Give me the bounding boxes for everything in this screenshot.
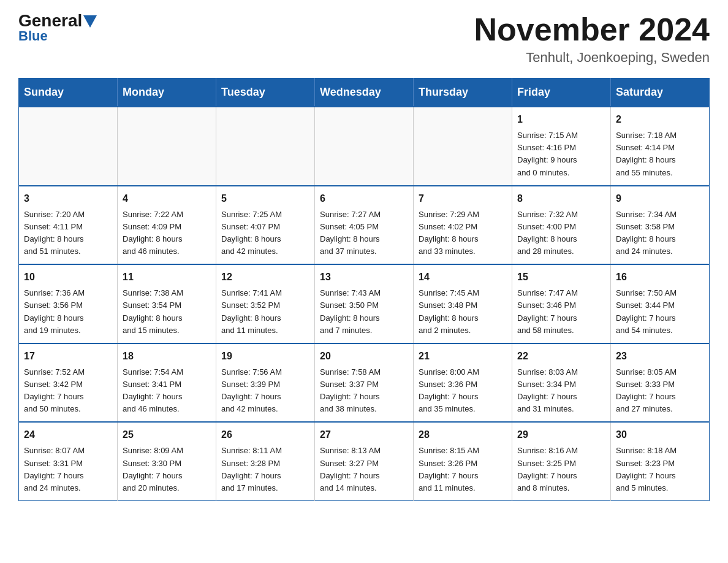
- day-number: 5: [221, 191, 309, 206]
- day-sun-info: Sunrise: 7:18 AM Sunset: 4:14 PM Dayligh…: [616, 129, 704, 179]
- weekday-header-friday: Friday: [512, 79, 611, 107]
- day-sun-info: Sunrise: 8:00 AM Sunset: 3:36 PM Dayligh…: [419, 366, 507, 416]
- calendar-cell: 23Sunrise: 8:05 AM Sunset: 3:33 PM Dayli…: [611, 343, 710, 423]
- page-header: General Blue November 2024 Tenhult, Joen…: [18, 12, 710, 66]
- week-row-3: 10Sunrise: 7:36 AM Sunset: 3:56 PM Dayli…: [19, 264, 710, 343]
- calendar-cell: 18Sunrise: 7:54 AM Sunset: 3:41 PM Dayli…: [118, 343, 216, 423]
- logo: General Blue: [18, 12, 97, 44]
- day-sun-info: Sunrise: 7:45 AM Sunset: 3:48 PM Dayligh…: [419, 287, 507, 337]
- day-sun-info: Sunrise: 8:11 AM Sunset: 3:28 PM Dayligh…: [221, 445, 309, 494]
- day-number: 29: [517, 427, 605, 442]
- calendar-cell: 8Sunrise: 7:32 AM Sunset: 4:00 PM Daylig…: [512, 186, 611, 265]
- calendar-cell: 28Sunrise: 8:15 AM Sunset: 3:26 PM Dayli…: [414, 422, 512, 500]
- logo-arrow-icon: [83, 15, 97, 28]
- calendar-cell: 21Sunrise: 8:00 AM Sunset: 3:36 PM Dayli…: [414, 343, 512, 423]
- day-sun-info: Sunrise: 7:15 AM Sunset: 4:16 PM Dayligh…: [517, 129, 605, 179]
- svg-marker-0: [83, 15, 97, 28]
- day-sun-info: Sunrise: 7:43 AM Sunset: 3:50 PM Dayligh…: [320, 287, 408, 337]
- weekday-header-wednesday: Wednesday: [315, 79, 414, 107]
- calendar-cell: 26Sunrise: 8:11 AM Sunset: 3:28 PM Dayli…: [216, 422, 315, 500]
- day-number: 28: [419, 427, 507, 442]
- calendar-cell: 3Sunrise: 7:20 AM Sunset: 4:11 PM Daylig…: [19, 186, 118, 265]
- day-number: 15: [517, 270, 605, 285]
- month-title: November 2024: [474, 12, 710, 47]
- day-sun-info: Sunrise: 7:20 AM Sunset: 4:11 PM Dayligh…: [24, 209, 112, 258]
- calendar-cell: 4Sunrise: 7:22 AM Sunset: 4:09 PM Daylig…: [118, 186, 216, 265]
- day-number: 16: [616, 270, 704, 285]
- calendar-cell: 25Sunrise: 8:09 AM Sunset: 3:30 PM Dayli…: [118, 422, 216, 500]
- day-sun-info: Sunrise: 7:27 AM Sunset: 4:05 PM Dayligh…: [320, 209, 408, 258]
- location-text: Tenhult, Joenkoeping, Sweden: [474, 50, 710, 66]
- logo-blue-text: Blue: [18, 28, 48, 44]
- day-number: 21: [419, 349, 507, 364]
- calendar-cell: [414, 107, 512, 186]
- day-number: 27: [320, 427, 408, 442]
- day-sun-info: Sunrise: 8:18 AM Sunset: 3:23 PM Dayligh…: [616, 445, 704, 494]
- day-number: 18: [123, 349, 211, 364]
- day-sun-info: Sunrise: 7:22 AM Sunset: 4:09 PM Dayligh…: [123, 209, 211, 258]
- weekday-header-sunday: Sunday: [19, 79, 118, 107]
- day-number: 24: [24, 427, 112, 442]
- day-sun-info: Sunrise: 7:58 AM Sunset: 3:37 PM Dayligh…: [320, 366, 408, 416]
- day-number: 3: [24, 191, 112, 206]
- day-sun-info: Sunrise: 7:38 AM Sunset: 3:54 PM Dayligh…: [123, 287, 211, 337]
- calendar-cell: [216, 107, 315, 186]
- calendar-cell: 10Sunrise: 7:36 AM Sunset: 3:56 PM Dayli…: [19, 264, 118, 343]
- calendar-cell: 13Sunrise: 7:43 AM Sunset: 3:50 PM Dayli…: [315, 264, 414, 343]
- calendar-cell: 17Sunrise: 7:52 AM Sunset: 3:42 PM Dayli…: [19, 343, 118, 423]
- calendar-cell: 6Sunrise: 7:27 AM Sunset: 4:05 PM Daylig…: [315, 186, 414, 265]
- calendar-cell: 20Sunrise: 7:58 AM Sunset: 3:37 PM Dayli…: [315, 343, 414, 423]
- day-number: 17: [24, 349, 112, 364]
- calendar-cell: 30Sunrise: 8:18 AM Sunset: 3:23 PM Dayli…: [611, 422, 710, 500]
- calendar-cell: 15Sunrise: 7:47 AM Sunset: 3:46 PM Dayli…: [512, 264, 611, 343]
- day-number: 7: [419, 191, 507, 206]
- title-section: November 2024 Tenhult, Joenkoeping, Swed…: [474, 12, 710, 66]
- week-row-5: 24Sunrise: 8:07 AM Sunset: 3:31 PM Dayli…: [19, 422, 710, 500]
- day-sun-info: Sunrise: 8:03 AM Sunset: 3:34 PM Dayligh…: [517, 366, 605, 416]
- day-sun-info: Sunrise: 7:25 AM Sunset: 4:07 PM Dayligh…: [221, 209, 309, 258]
- day-sun-info: Sunrise: 7:54 AM Sunset: 3:41 PM Dayligh…: [123, 366, 211, 416]
- calendar-cell: 16Sunrise: 7:50 AM Sunset: 3:44 PM Dayli…: [611, 264, 710, 343]
- day-number: 25: [123, 427, 211, 442]
- day-sun-info: Sunrise: 7:41 AM Sunset: 3:52 PM Dayligh…: [221, 287, 309, 337]
- week-row-4: 17Sunrise: 7:52 AM Sunset: 3:42 PM Dayli…: [19, 343, 710, 423]
- week-row-2: 3Sunrise: 7:20 AM Sunset: 4:11 PM Daylig…: [19, 186, 710, 265]
- calendar-cell: [118, 107, 216, 186]
- day-sun-info: Sunrise: 8:05 AM Sunset: 3:33 PM Dayligh…: [616, 366, 704, 416]
- day-sun-info: Sunrise: 7:47 AM Sunset: 3:46 PM Dayligh…: [517, 287, 605, 337]
- calendar-cell: 22Sunrise: 8:03 AM Sunset: 3:34 PM Dayli…: [512, 343, 611, 423]
- day-number: 2: [616, 112, 704, 127]
- weekday-header-monday: Monday: [118, 79, 216, 107]
- day-number: 4: [123, 191, 211, 206]
- day-sun-info: Sunrise: 8:16 AM Sunset: 3:25 PM Dayligh…: [517, 445, 605, 494]
- day-sun-info: Sunrise: 8:07 AM Sunset: 3:31 PM Dayligh…: [24, 445, 112, 494]
- calendar-cell: 19Sunrise: 7:56 AM Sunset: 3:39 PM Dayli…: [216, 343, 315, 423]
- calendar-cell: 11Sunrise: 7:38 AM Sunset: 3:54 PM Dayli…: [118, 264, 216, 343]
- day-number: 13: [320, 270, 408, 285]
- calendar-cell: 7Sunrise: 7:29 AM Sunset: 4:02 PM Daylig…: [414, 186, 512, 265]
- day-number: 20: [320, 349, 408, 364]
- day-sun-info: Sunrise: 7:32 AM Sunset: 4:00 PM Dayligh…: [517, 209, 605, 258]
- day-number: 22: [517, 349, 605, 364]
- day-number: 1: [517, 112, 605, 127]
- day-sun-info: Sunrise: 8:15 AM Sunset: 3:26 PM Dayligh…: [419, 445, 507, 494]
- calendar-cell: 5Sunrise: 7:25 AM Sunset: 4:07 PM Daylig…: [216, 186, 315, 265]
- calendar-cell: 9Sunrise: 7:34 AM Sunset: 3:58 PM Daylig…: [611, 186, 710, 265]
- weekday-header-thursday: Thursday: [414, 79, 512, 107]
- day-number: 14: [419, 270, 507, 285]
- calendar-table: SundayMondayTuesdayWednesdayThursdayFrid…: [18, 78, 710, 501]
- day-number: 12: [221, 270, 309, 285]
- calendar-cell: 29Sunrise: 8:16 AM Sunset: 3:25 PM Dayli…: [512, 422, 611, 500]
- calendar-cell: 12Sunrise: 7:41 AM Sunset: 3:52 PM Dayli…: [216, 264, 315, 343]
- day-sun-info: Sunrise: 7:56 AM Sunset: 3:39 PM Dayligh…: [221, 366, 309, 416]
- day-number: 8: [517, 191, 605, 206]
- day-sun-info: Sunrise: 7:29 AM Sunset: 4:02 PM Dayligh…: [419, 209, 507, 258]
- week-row-1: 1Sunrise: 7:15 AM Sunset: 4:16 PM Daylig…: [19, 107, 710, 186]
- day-number: 26: [221, 427, 309, 442]
- day-number: 9: [616, 191, 704, 206]
- calendar-cell: [19, 107, 118, 186]
- day-number: 19: [221, 349, 309, 364]
- day-number: 6: [320, 191, 408, 206]
- calendar-cell: 1Sunrise: 7:15 AM Sunset: 4:16 PM Daylig…: [512, 107, 611, 186]
- day-number: 10: [24, 270, 112, 285]
